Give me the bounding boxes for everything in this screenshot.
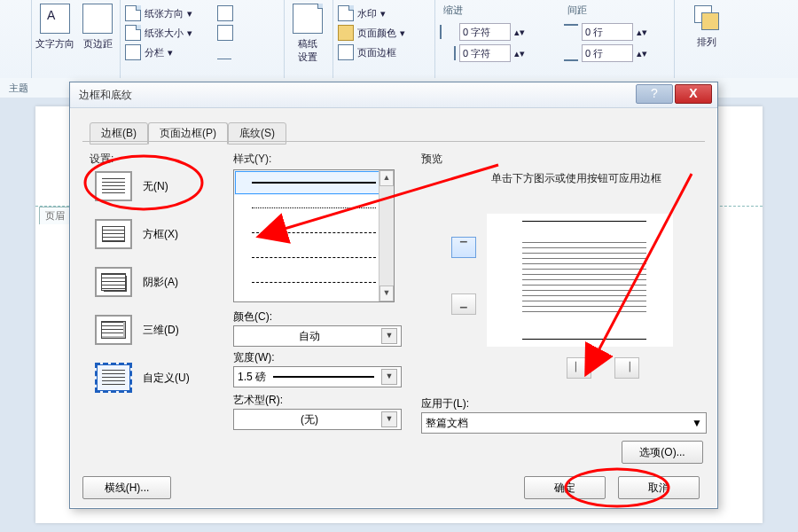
color-combo[interactable]: 自动 ▼ xyxy=(233,325,402,347)
margins-label: 页边距 xyxy=(83,38,113,49)
scroll-down-button[interactable]: ▼ xyxy=(379,286,394,301)
ribbon-group-arrange: 排列 xyxy=(674,0,745,78)
ribbon-group-blankpaper: 稿纸 设置 xyxy=(284,0,333,78)
preview-box[interactable] xyxy=(487,214,673,347)
setting-shadow-label: 阴影(A) xyxy=(143,275,178,290)
apply-to-combo[interactable]: 整篇文档 ▼ xyxy=(421,412,707,434)
style-listbox[interactable]: ▲ ▼ xyxy=(233,169,395,302)
dialog-titlebar[interactable]: 边框和底纹 ? X xyxy=(70,82,717,108)
setting-3d[interactable]: 三维(D) xyxy=(95,315,179,345)
preview-top-border xyxy=(522,221,646,222)
art-combo[interactable]: (无) ▼ xyxy=(233,409,402,430)
dialog-close-button[interactable]: X xyxy=(675,84,712,104)
ribbon-group-pagesetup: 纸张方向 ▾ 纸张大小 ▾ 分栏 ▾ xyxy=(120,0,285,78)
preview-label: 预览 xyxy=(421,152,442,167)
pageborder-icon xyxy=(338,44,354,60)
edge-bottom-button[interactable]: ▁ xyxy=(451,293,476,315)
setting-shadow[interactable]: 阴影(A) xyxy=(95,267,178,297)
indent-right-row: 0 字符 ▴▾ xyxy=(440,44,525,62)
spacing-before-icon xyxy=(564,24,578,40)
pagecolor-label: 页面颜色 xyxy=(357,27,396,40)
options-button[interactable]: 选项(O)... xyxy=(622,441,703,464)
blankpaper-button[interactable]: 稿纸 设置 xyxy=(287,4,328,64)
setting-custom-icon xyxy=(95,363,132,393)
style-scrollbar[interactable]: ▲ ▼ xyxy=(379,170,394,301)
orientation-label: 纸张方向 xyxy=(145,7,184,20)
breaks-button[interactable] xyxy=(217,5,233,21)
style-item-dotted[interactable] xyxy=(234,195,394,220)
edge-top-button[interactable]: ▔ xyxy=(451,237,476,258)
chevron-down-icon: ▼ xyxy=(381,328,397,344)
size-button[interactable]: 纸张大小 ▾ xyxy=(125,25,192,41)
cancel-button[interactable]: 取消 xyxy=(618,476,700,499)
style-item-dashdot[interactable] xyxy=(234,270,394,294)
indent-right-icon xyxy=(440,46,456,60)
spacing-before-row: 0 行 ▴▾ xyxy=(564,23,647,41)
arrange-button[interactable]: 排列 xyxy=(686,4,727,49)
spinner-icon[interactable]: ▴▾ xyxy=(637,48,647,59)
indent-right-input[interactable]: 0 字符 xyxy=(459,44,511,62)
chevron-down-icon: ▼ xyxy=(692,417,702,429)
spacing-header: 间距 xyxy=(567,4,587,17)
indent-left-input[interactable]: 0 字符 xyxy=(459,23,511,41)
chevron-down-icon: ▾ xyxy=(187,8,192,20)
chevron-down-icon: ▾ xyxy=(168,47,173,59)
columns-label: 分栏 xyxy=(145,46,164,59)
chevron-down-icon: ▼ xyxy=(381,369,397,385)
edge-left-button[interactable]: ▏ xyxy=(567,357,591,379)
header-tag: 页眉 xyxy=(39,207,71,224)
columns-button[interactable]: 分栏 ▾ xyxy=(125,44,173,60)
setting-custom[interactable]: 自定义(U) xyxy=(95,363,190,393)
edge-right-button[interactable]: ▕ xyxy=(614,357,639,379)
width-preview-line xyxy=(273,376,374,378)
pagecolor-icon xyxy=(338,25,354,41)
spinner-icon[interactable]: ▴▾ xyxy=(514,48,525,59)
ribbon-group-theme xyxy=(0,0,32,78)
ribbon-group-direction: A 文字方向 页边距 xyxy=(31,0,121,78)
setting-none[interactable]: 无(N) xyxy=(95,171,168,201)
spinner-icon[interactable]: ▴▾ xyxy=(637,27,647,38)
breaks-icon xyxy=(217,5,233,21)
scroll-up-button[interactable]: ▲ xyxy=(379,170,394,186)
style-item-dashed-long[interactable] xyxy=(234,245,394,270)
pageborder-label: 页面边框 xyxy=(357,46,396,59)
style-item-dashed-small[interactable] xyxy=(234,220,394,245)
size-label: 纸张大小 xyxy=(145,27,184,40)
linenum-button[interactable] xyxy=(217,25,233,41)
pageborder-button[interactable]: 页面边框 xyxy=(338,44,396,60)
spinner-icon[interactable]: ▴▾ xyxy=(514,27,525,38)
hyphen-icon xyxy=(217,44,231,59)
margins-button[interactable]: 页边距 xyxy=(77,4,118,51)
orientation-button[interactable]: 纸张方向 ▾ xyxy=(125,5,192,21)
setting-none-label: 无(N) xyxy=(143,179,168,194)
art-value: (无) xyxy=(238,412,381,427)
setting-shadow-icon xyxy=(95,267,132,297)
arrange-label: 排列 xyxy=(697,36,716,47)
hyphen-button[interactable] xyxy=(217,44,231,59)
setting-box-label: 方框(X) xyxy=(143,227,178,242)
theme-label: 主题 xyxy=(9,82,28,95)
setting-box[interactable]: 方框(X) xyxy=(95,219,178,249)
ribbon: A 文字方向 页边距 纸张方向 ▾ 纸张大小 ▾ 分栏 ▾ xyxy=(0,0,798,79)
columns-icon xyxy=(125,44,141,60)
art-label: 艺术型(R): xyxy=(233,393,283,408)
setting-box-icon xyxy=(95,219,132,249)
ribbon-group-background: 水印 ▾ 页面颜色 ▾ 页面边框 xyxy=(332,0,435,78)
pagecolor-button[interactable]: 页面颜色 ▾ xyxy=(338,25,405,41)
watermark-label: 水印 xyxy=(357,7,377,20)
text-direction-label: 文字方向 xyxy=(35,38,74,49)
text-direction-button[interactable]: A 文字方向 xyxy=(35,4,75,51)
chevron-down-icon: ▼ xyxy=(381,411,397,427)
spacing-before-input[interactable]: 0 行 xyxy=(582,23,633,41)
style-item-solid[interactable] xyxy=(234,170,394,195)
width-combo[interactable]: 1.5 磅 ▼ xyxy=(233,366,402,387)
spacing-after-input[interactable]: 0 行 xyxy=(582,44,633,62)
dialog-help-button[interactable]: ? xyxy=(636,84,673,104)
indent-left-icon xyxy=(440,25,456,39)
chevron-down-icon: ▾ xyxy=(380,8,386,20)
spacing-after-row: 0 行 ▴▾ xyxy=(564,44,647,62)
horizontal-line-button[interactable]: 横线(H)... xyxy=(82,476,171,499)
watermark-button[interactable]: 水印 ▾ xyxy=(338,5,386,21)
blankpaper-label: 稿纸 设置 xyxy=(298,38,317,62)
ok-button[interactable]: 确定 xyxy=(524,476,606,499)
